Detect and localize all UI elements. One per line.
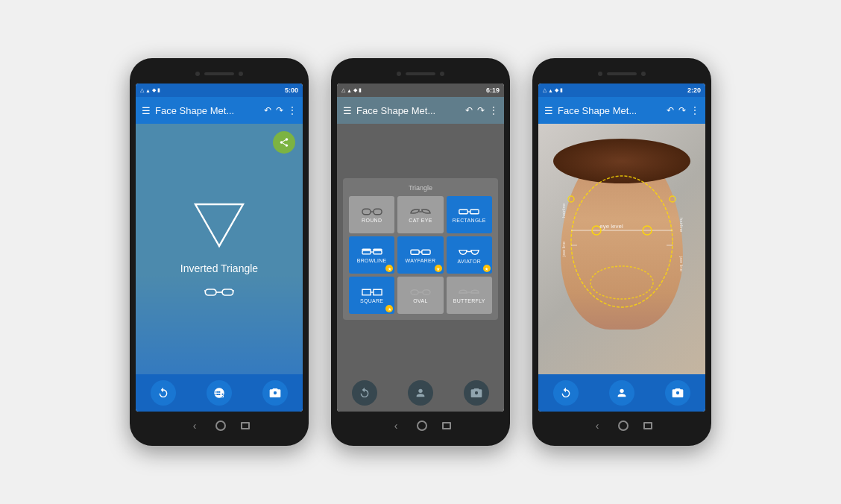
home-button-1[interactable]	[215, 420, 226, 431]
more-icon-p2[interactable]: ⋮	[489, 105, 498, 116]
phone1-app-bar: ☰ Face Shape Met... ↶ ↷ ⋮	[136, 97, 303, 124]
more-icon-p3[interactable]: ⋮	[690, 105, 699, 116]
camera-button-2[interactable]	[464, 380, 489, 406]
refresh-button-1[interactable]	[151, 380, 176, 406]
share-button[interactable]	[273, 131, 295, 154]
camera-dot-p2	[397, 72, 401, 76]
more-icon[interactable]: ⋮	[288, 105, 297, 116]
phone3-screen: △ ▲ ◆ ▮ 2:20 ☰ Face Shape Met... ↶ ↷ ⋮	[538, 84, 705, 412]
svg-text:hairline: hairline	[679, 218, 684, 233]
phone1-time: 5:00	[285, 86, 298, 94]
redo-icon-p2[interactable]: ↷	[477, 105, 485, 116]
battery-icon-p2: ▮	[359, 87, 362, 93]
svg-rect-22	[362, 289, 371, 294]
undo-icon-p3[interactable]: ↶	[667, 105, 674, 116]
recents-button-3[interactable]	[643, 422, 652, 429]
phone1-top	[136, 67, 303, 81]
back-button-3[interactable]: ‹	[591, 420, 603, 432]
refresh-button-3[interactable]	[553, 380, 579, 406]
camera-dot-2	[239, 72, 243, 76]
phone2-top	[337, 67, 504, 81]
phone2-bar-icons: ↶ ↷ ⋮	[465, 105, 498, 116]
back-button-2[interactable]: ‹	[390, 420, 402, 432]
phone2-bottom-bar	[337, 374, 504, 412]
svg-point-35	[590, 266, 653, 299]
grid-cell-butterfly[interactable]: BUTTERFLY	[447, 277, 492, 314]
bluetooth-icon-p2: △	[341, 87, 345, 93]
glasses-grid[interactable]: ROUND CAT EYE RECTANGLE BROWLINE ★	[349, 196, 492, 314]
recents-button-1[interactable]	[241, 422, 250, 429]
camera-dot-p3	[598, 72, 602, 76]
phone2-time: 6:19	[486, 86, 500, 94]
redo-icon-p3[interactable]: ↷	[678, 105, 686, 116]
camera-dot-p2-2	[440, 72, 444, 76]
camera-button-1[interactable]	[262, 380, 288, 406]
cell-label-round: ROUND	[362, 218, 382, 223]
shape-name-label: Inverted Triangle	[180, 262, 258, 274]
home-button-2[interactable]	[417, 420, 427, 431]
phone3-bar-icons: ↶ ↷ ⋮	[667, 105, 699, 116]
status-left-icons-p3: △ ▲ ◆ ▮	[543, 87, 563, 93]
grid-cell-oval[interactable]: OVAL	[397, 277, 443, 314]
face-button-1[interactable]	[207, 380, 232, 406]
phone-1: △ ▲ ◆ ▮ 5:00 ☰ Face Shape Met... ↶ ↷ ⋮	[130, 58, 309, 446]
back-button-1[interactable]: ‹	[189, 420, 201, 432]
grid-cell-aviator[interactable]: AVIATOR ★	[447, 236, 492, 274]
svg-text:eye level: eye level	[599, 223, 623, 230]
phone2-app-bar: ☰ Face Shape Met... ↶ ↷ ⋮	[337, 97, 504, 124]
grid-cell-wayfarer[interactable]: WAYFARER ★	[397, 236, 443, 274]
phone-3: △ ▲ ◆ ▮ 2:20 ☰ Face Shape Met... ↶ ↷ ⋮	[532, 58, 711, 446]
grid-cell-cateye[interactable]: CAT EYE	[397, 196, 443, 233]
face-button-3[interactable]	[609, 380, 634, 406]
speaker-p2	[406, 72, 435, 75]
phone3-bottom-bar	[538, 374, 705, 412]
phone3-title: Face Shape Met...	[558, 105, 662, 116]
phone1-status-bar: △ ▲ ◆ ▮ 5:00	[136, 84, 303, 97]
grid-cell-browline[interactable]: BROWLINE ★	[349, 236, 394, 274]
refresh-button-2[interactable]	[352, 380, 377, 406]
svg-point-25	[411, 289, 418, 294]
grid-cell-rectangle[interactable]: RECTANGLE	[447, 196, 492, 233]
phone3-top	[538, 67, 705, 81]
cell-label-rectangle: RECTANGLE	[453, 218, 486, 223]
phone2-status-bar: △ ▲ ◆ ▮ 6:19	[337, 84, 504, 97]
phone-2: △ ▲ ◆ ▮ 6:19 ☰ Face Shape Met... ↶ ↷ ⋮ T…	[331, 58, 510, 446]
svg-point-29	[418, 389, 422, 393]
phone3-main-content: eye level hairline hairline jaw line jaw…	[538, 124, 705, 374]
star-badge-browline: ★	[385, 265, 393, 272]
signal-icon: ▲	[145, 88, 151, 93]
phone3-app-bar: ☰ Face Shape Met... ↶ ↷ ⋮	[538, 97, 705, 124]
phone1-nav-bar: ‹	[136, 415, 303, 437]
signal-icon-p2: ▲	[347, 88, 352, 93]
redo-icon[interactable]: ↷	[276, 105, 283, 116]
undo-icon[interactable]: ↶	[264, 105, 271, 116]
svg-rect-6	[362, 209, 371, 214]
grid-title: Triangle	[349, 184, 492, 192]
undo-icon-p2[interactable]: ↶	[465, 105, 473, 116]
camera-button-3[interactable]	[665, 380, 690, 406]
svg-rect-1	[205, 289, 216, 295]
home-button-3[interactable]	[618, 420, 629, 431]
recents-button-2[interactable]	[442, 422, 451, 429]
menu-icon-p3[interactable]: ☰	[544, 105, 553, 116]
cell-label-oval: OVAL	[413, 298, 427, 303]
grid-cell-square[interactable]: SQUARE ★	[349, 277, 394, 314]
bluetooth-icon: △	[140, 87, 144, 93]
svg-point-39	[670, 196, 675, 202]
menu-icon-p2[interactable]: ☰	[343, 105, 352, 116]
glasses-grid-container: Triangle ROUND CAT EYE RECTANGLE	[343, 178, 498, 320]
svg-rect-7	[374, 209, 382, 214]
inverted-triangle-shape	[189, 195, 249, 255]
phone1-bar-icons: ↶ ↷ ⋮	[264, 105, 297, 116]
menu-icon[interactable]: ☰	[142, 105, 151, 116]
grid-cell-round[interactable]: ROUND	[349, 196, 394, 233]
face-button-2[interactable]	[408, 380, 433, 406]
phone3-status-bar: △ ▲ ◆ ▮ 2:20	[538, 84, 705, 97]
phone3-nav-bar: ‹	[538, 415, 705, 437]
status-left-icons-p2: △ ▲ ◆ ▮	[341, 87, 362, 93]
wifi-icon-p2: ◆	[353, 87, 357, 93]
svg-rect-18	[411, 250, 419, 254]
star-badge-aviator: ★	[483, 265, 491, 272]
cell-label-cateye: CAT EYE	[409, 218, 432, 223]
star-badge-square: ★	[385, 305, 393, 312]
